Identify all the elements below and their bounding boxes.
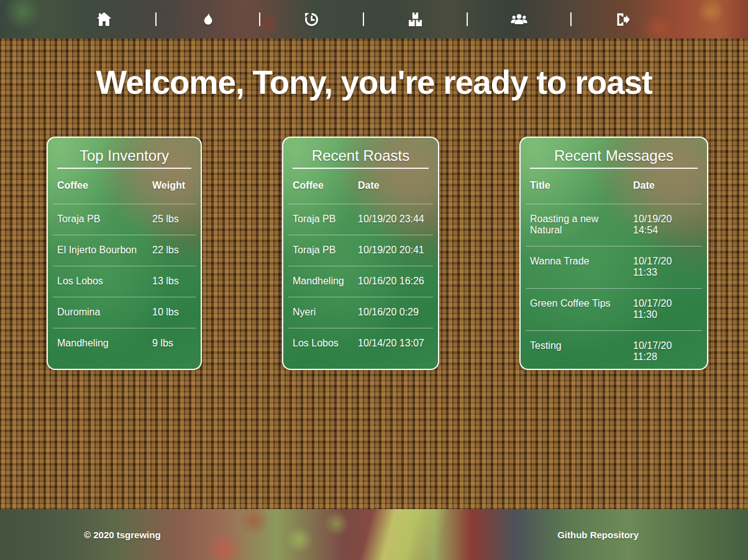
home-icon bbox=[96, 11, 112, 28]
nav-item-community[interactable] bbox=[468, 0, 570, 38]
github-repository-link[interactable]: Github Repository bbox=[557, 530, 639, 540]
nav-item-inventory[interactable] bbox=[364, 0, 467, 38]
top-inventory-card: Top Inventory Coffee Weight Toraja PB 25… bbox=[47, 137, 202, 370]
date-cell: 10/16/20 0:29 bbox=[358, 307, 429, 318]
card-title: Top Inventory bbox=[48, 146, 201, 165]
copyright-text: © 2020 tsgrewing bbox=[84, 530, 161, 540]
table-row: Roasting a new Natural 10/19/20 14:54 bbox=[526, 204, 702, 246]
date-cell: 10/19/20 20:41 bbox=[358, 245, 429, 256]
coffee-cell: Los Lobos bbox=[57, 276, 152, 287]
dashboard-cards: Top Inventory Coffee Weight Toraja PB 25… bbox=[47, 137, 708, 370]
page-footer: © 2020 tsgrewing Github Repository bbox=[0, 509, 748, 560]
message-title-cell: Green Coffee Tips bbox=[530, 298, 633, 320]
table-row: Mandheling 9 lbs bbox=[53, 328, 196, 359]
nav-item-history[interactable] bbox=[260, 0, 363, 38]
history-icon bbox=[303, 11, 320, 28]
weight-cell: 9 lbs bbox=[152, 338, 191, 349]
message-title-cell: Wanna Trade bbox=[530, 256, 633, 278]
main-content: Welcome, Tony, you're ready to roast Top… bbox=[0, 38, 748, 509]
weight-cell: 13 lbs bbox=[152, 276, 191, 287]
date-cell: 10/17/20 11:30 bbox=[633, 298, 698, 320]
users-icon bbox=[511, 11, 527, 28]
column-header: Date bbox=[633, 180, 698, 191]
card-title: Recent Messages bbox=[521, 146, 707, 165]
weight-cell: 25 lbs bbox=[152, 214, 191, 225]
date-cell: 10/19/20 23:44 bbox=[358, 214, 429, 225]
coffee-cell: El Injerto Bourbon bbox=[57, 245, 152, 256]
table-header-row: Coffee Date bbox=[288, 169, 433, 204]
card-title: Recent Roasts bbox=[283, 146, 438, 165]
inventory-table: Coffee Weight Toraja PB 25 lbs El Injert… bbox=[53, 169, 196, 359]
message-title-cell: Testing bbox=[530, 340, 633, 363]
table-row: Toraja PB 25 lbs bbox=[53, 204, 196, 235]
coffee-cell: Duromina bbox=[57, 307, 152, 318]
column-header: Coffee bbox=[293, 180, 358, 191]
date-cell: 10/17/20 11:33 bbox=[633, 256, 698, 278]
coffee-cell: Nyeri bbox=[293, 307, 358, 318]
column-header: Title bbox=[530, 180, 633, 191]
table-row: Green Coffee Tips 10/17/20 11:30 bbox=[526, 289, 702, 331]
coffee-cell: Toraja PB bbox=[57, 214, 152, 225]
column-header: Date bbox=[358, 180, 429, 191]
recent-roasts-card: Recent Roasts Coffee Date Toraja PB 10/1… bbox=[282, 137, 439, 370]
recent-messages-card: Recent Messages Title Date Roasting a ne… bbox=[519, 137, 708, 370]
date-cell: 10/19/20 14:54 bbox=[633, 214, 698, 236]
weight-cell: 10 lbs bbox=[152, 307, 191, 318]
coffee-cell: Toraja PB bbox=[293, 214, 358, 225]
table-header-row: Title Date bbox=[526, 169, 702, 204]
date-cell: 10/16/20 16:26 bbox=[358, 276, 429, 287]
column-header: Weight bbox=[152, 180, 191, 191]
table-row: Duromina 10 lbs bbox=[53, 297, 196, 328]
nav-item-sign-out[interactable] bbox=[572, 0, 674, 38]
coffee-cell: Los Lobos bbox=[293, 338, 358, 349]
table-row: Los Lobos 10/14/20 13:07 bbox=[288, 328, 433, 359]
table-row: Toraja PB 10/19/20 20:41 bbox=[288, 235, 433, 266]
table-row: Toraja PB 10/19/20 23:44 bbox=[288, 204, 433, 235]
table-header-row: Coffee Weight bbox=[53, 169, 196, 204]
messages-table: Title Date Roasting a new Natural 10/19/… bbox=[526, 169, 702, 370]
boxes-icon bbox=[407, 11, 424, 28]
nav-item-home[interactable] bbox=[53, 0, 155, 38]
table-row: Wanna Trade 10/17/20 11:33 bbox=[526, 246, 702, 289]
coffee-cell: Toraja PB bbox=[293, 245, 358, 256]
welcome-heading: Welcome, Tony, you're ready to roast bbox=[0, 38, 748, 101]
table-row: Testing 10/17/20 11:28 bbox=[526, 331, 702, 370]
coffee-cell: Mandheling bbox=[293, 276, 358, 287]
coffee-cell: Mandheling bbox=[57, 338, 152, 349]
table-row: El Injerto Bourbon 22 lbs bbox=[53, 235, 196, 266]
column-header: Coffee bbox=[57, 180, 152, 191]
table-row: Nyeri 10/16/20 0:29 bbox=[288, 297, 433, 328]
roasts-table: Coffee Date Toraja PB 10/19/20 23:44 Tor… bbox=[288, 169, 433, 359]
sign-out-icon bbox=[614, 11, 631, 28]
nav-item-roast[interactable] bbox=[157, 0, 259, 38]
table-row: Los Lobos 13 lbs bbox=[53, 266, 196, 297]
date-cell: 10/17/20 11:28 bbox=[633, 340, 698, 363]
flame-icon bbox=[199, 11, 216, 28]
table-row: Mandheling 10/16/20 16:26 bbox=[288, 266, 433, 297]
message-title-cell: Roasting a new Natural bbox=[530, 214, 633, 236]
top-navbar bbox=[0, 0, 748, 38]
date-cell: 10/14/20 13:07 bbox=[358, 338, 429, 349]
weight-cell: 22 lbs bbox=[152, 245, 191, 256]
nav-items bbox=[53, 0, 674, 38]
